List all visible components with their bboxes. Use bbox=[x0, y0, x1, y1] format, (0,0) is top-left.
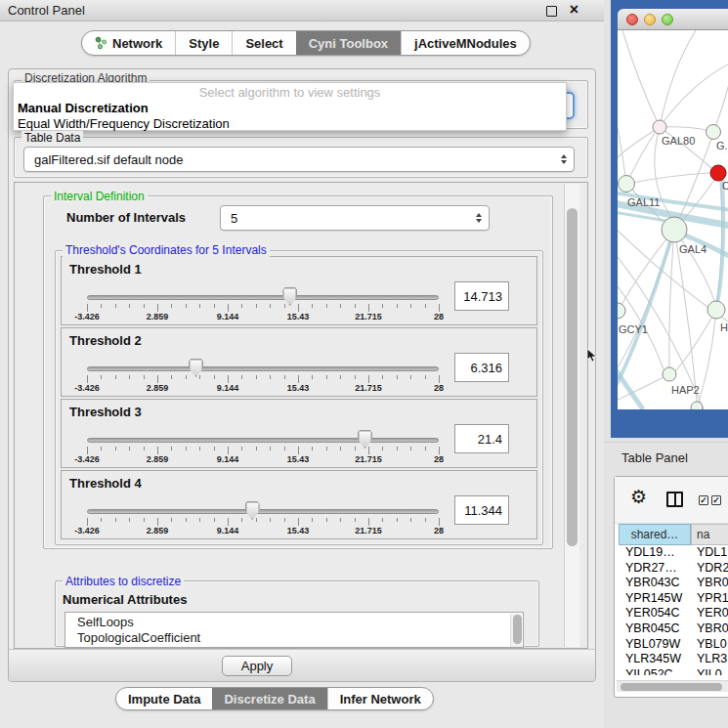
threshold-value-input[interactable] bbox=[454, 353, 509, 382]
dropdown-option-equal-width[interactable]: Equal Width/Frequency Discretization bbox=[14, 115, 566, 131]
network-node-g[interactable] bbox=[707, 125, 721, 140]
cell-shared-name[interactable]: YER054C bbox=[619, 606, 691, 621]
close-panel-button[interactable]: × bbox=[570, 1, 578, 19]
table-row[interactable]: YDR27…YDR2 bbox=[619, 561, 728, 577]
cell-name[interactable]: YLR3 bbox=[691, 652, 728, 667]
table-row[interactable]: YER054CYER0 bbox=[619, 606, 728, 621]
table-row[interactable]: YBL079WYBL0 bbox=[619, 637, 728, 653]
network-window-titlebar bbox=[618, 9, 728, 30]
tab-cyni-toolbox[interactable]: Cyni Toolbox bbox=[296, 31, 401, 55]
network-edge[interactable] bbox=[660, 30, 696, 127]
network-edge[interactable] bbox=[660, 127, 711, 168]
table-row[interactable]: YBR043CYBR0 bbox=[619, 576, 728, 591]
attributes-scrollbar-thumb[interactable] bbox=[513, 615, 522, 644]
threshold-slider-track[interactable] bbox=[87, 295, 439, 300]
dropdown-prompt-item[interactable]: Select algorithm to view settings bbox=[14, 83, 566, 100]
columns-icon[interactable] bbox=[666, 492, 683, 507]
table-row[interactable]: YDL19…YDL1 bbox=[619, 545, 728, 561]
network-canvas[interactable]: GAL80G.CGAL11GAL4GCY1HHAP2 bbox=[618, 30, 728, 409]
network-node-gcy1[interactable] bbox=[618, 303, 625, 319]
cell-shared-name[interactable]: YLR345W bbox=[619, 652, 691, 667]
network-thick-edge[interactable] bbox=[716, 177, 723, 308]
network-edge[interactable] bbox=[618, 127, 660, 157]
network-node-gal4[interactable] bbox=[662, 217, 687, 242]
column-header[interactable]: shared… bbox=[619, 524, 691, 545]
num-intervals-combobox[interactable]: 5 bbox=[220, 205, 490, 231]
attribute-item[interactable]: SelfLoops bbox=[77, 615, 523, 630]
cell-name[interactable]: YPR1 bbox=[691, 591, 728, 607]
network-edge[interactable] bbox=[697, 319, 715, 407]
network-edge[interactable] bbox=[674, 230, 697, 402]
horizontal-scrollbar-thumb[interactable] bbox=[621, 683, 722, 691]
vertical-scrollbar[interactable] bbox=[564, 184, 579, 647]
network-view-window[interactable]: GAL80G.CGAL11GAL4GCY1HHAP2 bbox=[611, 0, 728, 438]
threshold-value-input[interactable] bbox=[454, 495, 509, 525]
threshold-value-input[interactable] bbox=[454, 281, 509, 311]
cell-name[interactable]: YDR2 bbox=[691, 561, 728, 577]
tab-impute-data[interactable]: Impute Data bbox=[116, 688, 212, 709]
threshold-slider-track[interactable] bbox=[87, 366, 439, 371]
tick-label: 9.144 bbox=[217, 312, 239, 321]
vertical-scrollbar-thumb[interactable] bbox=[567, 208, 578, 546]
checkbox-icon[interactable]: ✓ bbox=[711, 495, 721, 505]
column-header[interactable]: na bbox=[691, 524, 728, 545]
dropdown-option-manual[interactable]: Manual Discretization bbox=[14, 100, 566, 115]
cell-name[interactable]: YBR0 bbox=[691, 576, 728, 591]
tab-discretize-data[interactable]: Discretize Data bbox=[212, 688, 326, 709]
tick-label: 15.43 bbox=[287, 454, 310, 464]
attributes-list[interactable]: SelfLoopsTopologicalCoefficientBetweenne… bbox=[64, 612, 524, 648]
horizontal-scrollbar[interactable] bbox=[617, 680, 728, 692]
cell-shared-name[interactable]: YIL052C bbox=[619, 667, 691, 675]
attributes-list-scrollbar[interactable] bbox=[510, 614, 522, 647]
network-edge[interactable] bbox=[621, 230, 674, 305]
cell-shared-name[interactable]: YBL079W bbox=[619, 637, 691, 653]
close-window-icon[interactable] bbox=[626, 14, 638, 25]
network-edge[interactable] bbox=[669, 230, 674, 367]
cell-shared-name[interactable]: YPR145W bbox=[619, 591, 691, 607]
tick-label: -3.426 bbox=[74, 312, 100, 321]
network-node-gal80[interactable] bbox=[653, 120, 666, 134]
gear-icon[interactable]: ⚙ bbox=[630, 488, 647, 506]
tab-jactivemnodules[interactable]: jActiveMNodules bbox=[401, 31, 530, 55]
attribute-item[interactable]: BetweennessCentrality bbox=[77, 646, 523, 648]
cell-shared-name[interactable]: YBR045C bbox=[619, 621, 691, 637]
table-row[interactable]: YBR045CYBR0 bbox=[619, 621, 728, 637]
table-data-combobox[interactable]: galFiltered.sif default node bbox=[23, 147, 575, 172]
network-node-sel[interactable] bbox=[710, 165, 726, 181]
threshold-value-input[interactable] bbox=[454, 424, 509, 453]
cell-name[interactable]: YDL1 bbox=[691, 545, 728, 561]
float-window-button[interactable] bbox=[546, 6, 557, 17]
threshold-label: Threshold 4 bbox=[69, 476, 142, 491]
checkbox-icon[interactable]: ✓ bbox=[699, 495, 708, 505]
apply-button[interactable]: Apply bbox=[222, 656, 292, 676]
cell-name[interactable]: YBR0 bbox=[691, 621, 728, 637]
tick-label: 15.43 bbox=[287, 526, 310, 535]
cell-name[interactable]: YER0 bbox=[691, 606, 728, 621]
network-edge[interactable] bbox=[622, 30, 660, 127]
cell-shared-name[interactable]: YBR043C bbox=[619, 576, 691, 591]
cell-shared-name[interactable]: YDL19… bbox=[619, 545, 691, 561]
tab-network[interactable]: Network bbox=[82, 31, 175, 55]
zoom-window-icon[interactable] bbox=[662, 14, 673, 25]
tab-style[interactable]: Style bbox=[175, 31, 232, 55]
cell-name[interactable]: YBL0 bbox=[691, 637, 728, 653]
tick-label: 21.715 bbox=[355, 383, 382, 393]
threshold-slider-track[interactable] bbox=[87, 509, 439, 514]
attribute-item[interactable]: TopologicalCoefficient bbox=[77, 630, 523, 646]
network-edge[interactable] bbox=[675, 310, 716, 371]
network-edge[interactable] bbox=[660, 64, 728, 127]
network-node-n9[interactable] bbox=[691, 402, 703, 409]
network-node-h[interactable] bbox=[707, 301, 725, 319]
table-row[interactable]: YLR345WYLR3 bbox=[619, 652, 728, 667]
tab-infer-network[interactable]: Infer Network bbox=[327, 688, 433, 709]
cell-name[interactable]: YIL0 bbox=[691, 667, 728, 675]
network-node-gal11[interactable] bbox=[619, 176, 635, 193]
threshold-slider-track[interactable] bbox=[87, 438, 439, 443]
cell-shared-name[interactable]: YDR27… bbox=[619, 561, 691, 577]
table-row[interactable]: YPR145WYPR1 bbox=[619, 591, 728, 607]
network-node-hap2[interactable] bbox=[663, 367, 676, 381]
interval-group-title: Interval Definition bbox=[51, 190, 148, 203]
tab-select[interactable]: Select bbox=[232, 31, 295, 55]
table-row[interactable]: YIL052CYIL0 bbox=[619, 667, 728, 675]
minimize-window-icon[interactable] bbox=[644, 14, 656, 25]
